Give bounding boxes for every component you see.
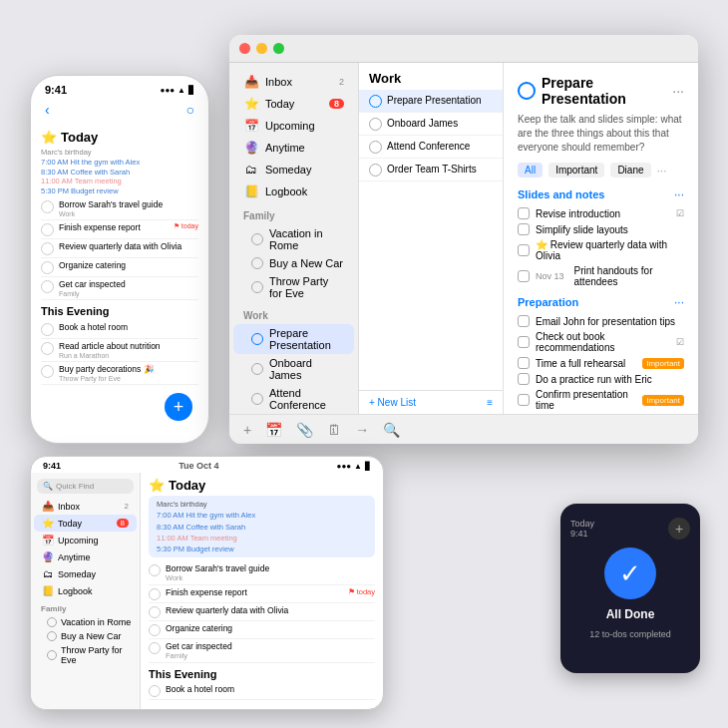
logbook-icon: 📒: [243, 184, 259, 198]
sidebar-item-vacation-rome[interactable]: Vacation in Rome: [233, 224, 354, 254]
sidebar-item-attend-conference[interactable]: Attend Conference: [233, 384, 354, 414]
ipad-sidebar-today[interactable]: ⭐ Today 8: [34, 515, 137, 532]
quick-find-search[interactable]: 🔍 Quick Find: [37, 479, 134, 494]
upcoming-icon: 📅: [243, 119, 259, 133]
group-work-label: Work: [229, 302, 358, 324]
anytime-icon: 🔮: [243, 141, 259, 155]
checkbox[interactable]: [518, 357, 530, 369]
checklist-item[interactable]: Email John for presentation tips: [518, 313, 684, 329]
sidebar-item-buy-car[interactable]: Buy a New Car: [233, 254, 354, 272]
checkbox[interactable]: [518, 373, 530, 385]
evening-section-title: This Evening: [41, 305, 198, 317]
complete-button[interactable]: ○: [186, 102, 194, 118]
calendar-button[interactable]: 📅: [265, 422, 282, 438]
minimize-window-button[interactable]: [256, 43, 267, 54]
checkbox[interactable]: [518, 336, 530, 348]
add-item-button[interactable]: +: [243, 422, 251, 438]
phone-task-item[interactable]: Read article about nutritionRun a Marath…: [41, 339, 198, 362]
task-circle: [41, 342, 54, 355]
section-more-slides[interactable]: ···: [674, 187, 684, 201]
new-list-button[interactable]: + New List: [369, 397, 416, 408]
ipad-sidebar-someday[interactable]: 🗂 Someday: [34, 565, 137, 582]
ipad-task-item[interactable]: Book a hotel room: [149, 682, 375, 700]
widget-add-button[interactable]: +: [668, 518, 690, 540]
ipad-task-item[interactable]: Review quarterly data with Olivia: [149, 603, 375, 621]
ipad-sidebar-logbook[interactable]: 📒 Logbook: [34, 582, 137, 599]
checkbox[interactable]: [518, 270, 530, 282]
sidebar-item-inbox[interactable]: 📥 Inbox 2: [233, 71, 354, 93]
tags-more-button[interactable]: ···: [657, 164, 667, 178]
checklist-item[interactable]: Confirm presentation time Important: [518, 387, 684, 413]
checklist-item[interactable]: Simplify slide layouts: [518, 221, 684, 237]
phone-task-item[interactable]: Borrow Sarah's travel guideWork: [41, 197, 198, 220]
phone-task-item[interactable]: Book a hotel room: [41, 320, 198, 339]
sidebar-item-upcoming[interactable]: 📅 Upcoming: [233, 115, 354, 137]
checklist-item[interactable]: Do a practice run with Eric: [518, 371, 684, 387]
phone-task-item[interactable]: Get car inspectedFamily: [41, 277, 198, 300]
sidebar-item-onboard-james[interactable]: Onboard James: [233, 354, 354, 384]
checklist-item[interactable]: Check out book recommendations ☑: [518, 329, 684, 355]
group-circle-icon: [251, 281, 263, 293]
detail-menu-button[interactable]: ···: [672, 83, 684, 99]
checkbox[interactable]: [518, 244, 530, 256]
attach-button[interactable]: 📎: [296, 422, 313, 438]
checklist-item[interactable]: ⭐ Review quarterly data with Olivia: [518, 237, 684, 263]
sidebar-item-today[interactable]: ⭐ Today 8: [233, 93, 354, 115]
check-indicator: ☑: [676, 208, 684, 218]
close-window-button[interactable]: [239, 43, 250, 54]
phone-task-item[interactable]: Finish expense report ⚑ today: [41, 220, 198, 239]
ipad-task-item[interactable]: Finish expense report ⚑ today: [149, 585, 375, 603]
maximize-window-button[interactable]: [273, 43, 284, 54]
task-completion-circle[interactable]: [518, 82, 536, 100]
tag-all[interactable]: All: [518, 163, 543, 178]
tag-diane[interactable]: Diane: [610, 163, 650, 178]
ipad-sidebar-buy-car[interactable]: Buy a New Car: [31, 629, 140, 643]
ipad-task-item[interactable]: Get car inspected Family: [149, 639, 375, 663]
sidebar-item-logbook[interactable]: 📒 Logbook: [233, 181, 354, 202]
phone-task-item[interactable]: Organize catering: [41, 258, 198, 277]
sidebar-item-party-eve[interactable]: Throw Party for Eve: [233, 272, 354, 302]
checkbox[interactable]: [518, 207, 530, 219]
add-task-fab[interactable]: +: [165, 393, 192, 421]
section-title-preparation: Preparation: [518, 296, 578, 308]
task-status-circle: [369, 118, 382, 131]
ipad-sidebar-anytime[interactable]: 🔮 Anytime: [34, 548, 137, 565]
anytime-icon: 🔮: [42, 551, 54, 562]
sidebar-item-someday[interactable]: 🗂 Someday: [233, 159, 354, 181]
filter-icon[interactable]: ≡: [487, 397, 493, 408]
check-indicator: ☑: [676, 337, 684, 347]
list-task-prepare-presentation[interactable]: Prepare Presentation: [359, 90, 503, 113]
list-panel-footer: + New List ≡: [359, 390, 503, 414]
calendar2-button[interactable]: 🗓: [327, 422, 341, 438]
ipad-task-item[interactable]: Borrow Sarah's travel guide Work: [149, 561, 375, 585]
checklist-item[interactable]: Revise introduction ☑: [518, 205, 684, 221]
detail-panel: Prepare Presentation ··· Keep the talk a…: [504, 63, 698, 414]
ipad-sidebar-vacation-rome[interactable]: Vacation in Rome: [31, 615, 140, 629]
checkbox[interactable]: [518, 223, 530, 235]
arrow-button[interactable]: →: [355, 422, 369, 438]
list-task-order-tshirts[interactable]: Order Team T-Shirts: [359, 159, 503, 182]
back-button[interactable]: ‹: [45, 102, 50, 118]
checklist-item[interactable]: Time a full rehearsal Important: [518, 355, 684, 371]
ipad-task-item[interactable]: Organize catering: [149, 621, 375, 639]
task-circle: [41, 365, 54, 378]
phone-task-item[interactable]: Buy party decorations 🎉Throw Party for E…: [41, 362, 198, 385]
sidebar-item-prepare-presentation[interactable]: Prepare Presentation: [233, 324, 354, 354]
ipad-sidebar-throw-party[interactable]: Throw Party for Eve: [31, 643, 140, 667]
checklist-item[interactable]: Nov 13 Print handouts for attendees: [518, 263, 684, 289]
ipad-sidebar-upcoming[interactable]: 📅 Upcoming: [34, 532, 137, 548]
checkbox[interactable]: [518, 394, 530, 406]
list-task-onboard-james[interactable]: Onboard James: [359, 113, 503, 136]
section-more-preparation[interactable]: ···: [674, 295, 684, 309]
ipad-sidebar-inbox[interactable]: 📥 Inbox 2: [34, 498, 137, 515]
group-circle-icon: [251, 393, 263, 405]
important-badge: Important: [642, 358, 684, 369]
task-status-circle: [369, 164, 382, 177]
phone-task-item[interactable]: Review quarterly data with Olivia: [41, 239, 198, 258]
checkbox[interactable]: [518, 315, 530, 327]
task-circle: [41, 323, 54, 336]
list-task-attend-conference[interactable]: Attend Conference: [359, 136, 503, 159]
search-button[interactable]: 🔍: [383, 422, 400, 438]
tag-important[interactable]: Important: [548, 163, 604, 178]
sidebar-item-anytime[interactable]: 🔮 Anytime: [233, 137, 354, 159]
